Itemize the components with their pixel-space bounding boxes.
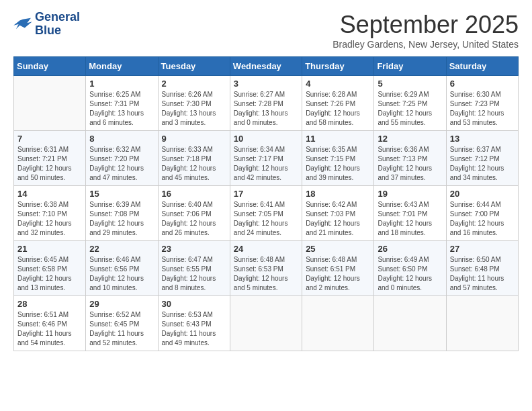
calendar-cell: 28Sunrise: 6:51 AM Sunset: 6:46 PM Dayli… bbox=[14, 296, 86, 351]
calendar-cell: 12Sunrise: 6:36 AM Sunset: 7:13 PM Dayli… bbox=[374, 131, 446, 186]
day-number: 11 bbox=[306, 134, 370, 144]
day-number: 3 bbox=[234, 79, 298, 89]
day-detail: Sunrise: 6:45 AM Sunset: 6:58 PM Dayligh… bbox=[17, 255, 82, 293]
day-number: 24 bbox=[234, 244, 298, 254]
calendar-cell bbox=[14, 76, 86, 131]
calendar-cell: 25Sunrise: 6:48 AM Sunset: 6:51 PM Dayli… bbox=[302, 241, 374, 296]
day-number: 21 bbox=[17, 244, 82, 254]
day-detail: Sunrise: 6:42 AM Sunset: 7:03 PM Dayligh… bbox=[306, 200, 370, 238]
col-header-tuesday: Tuesday bbox=[158, 57, 230, 76]
day-number: 6 bbox=[450, 79, 515, 89]
day-detail: Sunrise: 6:50 AM Sunset: 6:48 PM Dayligh… bbox=[450, 255, 515, 293]
calendar-cell: 16Sunrise: 6:40 AM Sunset: 7:06 PM Dayli… bbox=[158, 186, 230, 241]
col-header-sunday: Sunday bbox=[14, 57, 86, 76]
day-detail: Sunrise: 6:48 AM Sunset: 6:51 PM Dayligh… bbox=[306, 255, 370, 293]
title-block: September 2025 Bradley Gardens, New Jers… bbox=[332, 11, 519, 50]
day-detail: Sunrise: 6:31 AM Sunset: 7:21 PM Dayligh… bbox=[17, 145, 82, 183]
day-detail: Sunrise: 6:53 AM Sunset: 6:43 PM Dayligh… bbox=[162, 310, 226, 348]
calendar-cell: 24Sunrise: 6:48 AM Sunset: 6:53 PM Dayli… bbox=[230, 241, 302, 296]
calendar-week-row: 14Sunrise: 6:38 AM Sunset: 7:10 PM Dayli… bbox=[14, 186, 519, 241]
day-number: 1 bbox=[89, 79, 154, 89]
svg-marker-0 bbox=[13, 18, 32, 30]
calendar-cell: 26Sunrise: 6:49 AM Sunset: 6:50 PM Dayli… bbox=[374, 241, 446, 296]
col-header-thursday: Thursday bbox=[302, 57, 374, 76]
calendar-cell: 17Sunrise: 6:41 AM Sunset: 7:05 PM Dayli… bbox=[230, 186, 302, 241]
col-header-monday: Monday bbox=[86, 57, 158, 76]
month-title: September 2025 bbox=[332, 11, 519, 39]
day-detail: Sunrise: 6:35 AM Sunset: 7:15 PM Dayligh… bbox=[306, 145, 370, 183]
day-number: 25 bbox=[306, 244, 370, 254]
day-detail: Sunrise: 6:27 AM Sunset: 7:28 PM Dayligh… bbox=[234, 90, 298, 128]
day-number: 14 bbox=[17, 189, 82, 199]
logo-text: General Blue bbox=[35, 11, 80, 38]
day-number: 18 bbox=[306, 189, 370, 199]
day-detail: Sunrise: 6:40 AM Sunset: 7:06 PM Dayligh… bbox=[162, 200, 226, 238]
calendar-cell: 4Sunrise: 6:28 AM Sunset: 7:26 PM Daylig… bbox=[302, 76, 374, 131]
day-number: 22 bbox=[89, 244, 154, 254]
calendar-cell: 18Sunrise: 6:42 AM Sunset: 7:03 PM Dayli… bbox=[302, 186, 374, 241]
calendar-cell: 29Sunrise: 6:52 AM Sunset: 6:45 PM Dayli… bbox=[86, 296, 158, 351]
calendar-cell: 27Sunrise: 6:50 AM Sunset: 6:48 PM Dayli… bbox=[446, 241, 518, 296]
day-detail: Sunrise: 6:46 AM Sunset: 6:56 PM Dayligh… bbox=[89, 255, 154, 293]
day-number: 19 bbox=[378, 189, 442, 199]
calendar-cell: 8Sunrise: 6:32 AM Sunset: 7:20 PM Daylig… bbox=[86, 131, 158, 186]
calendar-cell: 5Sunrise: 6:29 AM Sunset: 7:25 PM Daylig… bbox=[374, 76, 446, 131]
calendar-cell bbox=[446, 296, 518, 351]
day-detail: Sunrise: 6:33 AM Sunset: 7:18 PM Dayligh… bbox=[162, 145, 226, 183]
calendar-header-row: SundayMondayTuesdayWednesdayThursdayFrid… bbox=[14, 57, 519, 76]
day-number: 10 bbox=[234, 134, 298, 144]
day-number: 26 bbox=[378, 244, 442, 254]
calendar-cell: 20Sunrise: 6:44 AM Sunset: 7:00 PM Dayli… bbox=[446, 186, 518, 241]
calendar-week-row: 28Sunrise: 6:51 AM Sunset: 6:46 PM Dayli… bbox=[14, 296, 519, 351]
calendar-cell: 23Sunrise: 6:47 AM Sunset: 6:55 PM Dayli… bbox=[158, 241, 230, 296]
day-number: 15 bbox=[89, 189, 154, 199]
day-number: 4 bbox=[306, 79, 370, 89]
day-number: 9 bbox=[162, 134, 226, 144]
day-number: 28 bbox=[17, 299, 82, 309]
day-detail: Sunrise: 6:49 AM Sunset: 6:50 PM Dayligh… bbox=[378, 255, 442, 293]
calendar-cell: 1Sunrise: 6:25 AM Sunset: 7:31 PM Daylig… bbox=[86, 76, 158, 131]
calendar-cell bbox=[230, 296, 302, 351]
calendar-cell bbox=[302, 296, 374, 351]
day-detail: Sunrise: 6:26 AM Sunset: 7:30 PM Dayligh… bbox=[162, 90, 226, 128]
calendar-cell: 11Sunrise: 6:35 AM Sunset: 7:15 PM Dayli… bbox=[302, 131, 374, 186]
calendar-cell: 19Sunrise: 6:43 AM Sunset: 7:01 PM Dayli… bbox=[374, 186, 446, 241]
calendar-week-row: 7Sunrise: 6:31 AM Sunset: 7:21 PM Daylig… bbox=[14, 131, 519, 186]
day-detail: Sunrise: 6:25 AM Sunset: 7:31 PM Dayligh… bbox=[89, 90, 154, 128]
logo: General Blue bbox=[13, 11, 80, 38]
day-detail: Sunrise: 6:28 AM Sunset: 7:26 PM Dayligh… bbox=[306, 90, 370, 128]
day-detail: Sunrise: 6:51 AM Sunset: 6:46 PM Dayligh… bbox=[17, 310, 82, 348]
day-number: 8 bbox=[89, 134, 154, 144]
calendar-cell bbox=[374, 296, 446, 351]
day-detail: Sunrise: 6:52 AM Sunset: 6:45 PM Dayligh… bbox=[89, 310, 154, 348]
calendar-week-row: 21Sunrise: 6:45 AM Sunset: 6:58 PM Dayli… bbox=[14, 241, 519, 296]
day-number: 29 bbox=[89, 299, 154, 309]
calendar-cell: 10Sunrise: 6:34 AM Sunset: 7:17 PM Dayli… bbox=[230, 131, 302, 186]
calendar-week-row: 1Sunrise: 6:25 AM Sunset: 7:31 PM Daylig… bbox=[14, 76, 519, 131]
calendar-cell: 14Sunrise: 6:38 AM Sunset: 7:10 PM Dayli… bbox=[14, 186, 86, 241]
logo-icon bbox=[13, 17, 32, 32]
col-header-friday: Friday bbox=[374, 57, 446, 76]
day-detail: Sunrise: 6:32 AM Sunset: 7:20 PM Dayligh… bbox=[89, 145, 154, 183]
day-number: 7 bbox=[17, 134, 82, 144]
day-number: 2 bbox=[162, 79, 226, 89]
day-number: 13 bbox=[450, 134, 515, 144]
col-header-saturday: Saturday bbox=[446, 57, 518, 76]
day-number: 17 bbox=[234, 189, 298, 199]
day-number: 5 bbox=[378, 79, 442, 89]
day-detail: Sunrise: 6:44 AM Sunset: 7:00 PM Dayligh… bbox=[450, 200, 515, 238]
day-detail: Sunrise: 6:47 AM Sunset: 6:55 PM Dayligh… bbox=[162, 255, 226, 293]
day-number: 16 bbox=[162, 189, 226, 199]
page-header: General Blue September 2025 Bradley Gard… bbox=[13, 11, 519, 50]
day-detail: Sunrise: 6:29 AM Sunset: 7:25 PM Dayligh… bbox=[378, 90, 442, 128]
day-detail: Sunrise: 6:37 AM Sunset: 7:12 PM Dayligh… bbox=[450, 145, 515, 183]
day-number: 30 bbox=[162, 299, 226, 309]
day-number: 23 bbox=[162, 244, 226, 254]
calendar-cell: 9Sunrise: 6:33 AM Sunset: 7:18 PM Daylig… bbox=[158, 131, 230, 186]
calendar-cell: 6Sunrise: 6:30 AM Sunset: 7:23 PM Daylig… bbox=[446, 76, 518, 131]
day-detail: Sunrise: 6:39 AM Sunset: 7:08 PM Dayligh… bbox=[89, 200, 154, 238]
calendar-cell: 30Sunrise: 6:53 AM Sunset: 6:43 PM Dayli… bbox=[158, 296, 230, 351]
day-detail: Sunrise: 6:30 AM Sunset: 7:23 PM Dayligh… bbox=[450, 90, 515, 128]
day-number: 27 bbox=[450, 244, 515, 254]
day-detail: Sunrise: 6:36 AM Sunset: 7:13 PM Dayligh… bbox=[378, 145, 442, 183]
